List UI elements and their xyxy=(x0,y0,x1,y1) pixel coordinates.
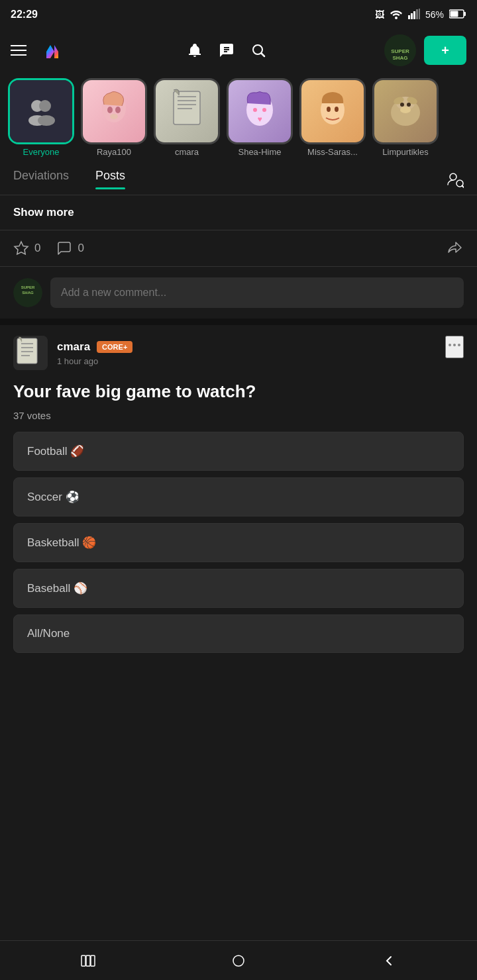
story-item-cmara[interactable]: cmara xyxy=(154,78,220,157)
poll-option-allnone[interactable]: All/None xyxy=(13,614,464,653)
comments-count: 0 xyxy=(78,242,83,255)
poll-option-basketball[interactable]: Basketball 🏀 xyxy=(13,523,464,562)
svg-point-20 xyxy=(115,107,121,113)
bottom-nav xyxy=(0,940,477,980)
svg-point-0 xyxy=(395,17,398,19)
user-avatar-nav[interactable]: SUPER SHAG xyxy=(384,34,416,66)
story-avatar-everyone xyxy=(8,78,74,144)
poll-options: Football 🏈 Soccer ⚽ Basketball 🏀 Basebal… xyxy=(13,432,464,653)
svg-point-21 xyxy=(110,114,118,119)
core-badge: CORE+ xyxy=(97,341,132,353)
story-label-shea-hime: Shea-Hime xyxy=(238,147,281,157)
da-logo[interactable] xyxy=(40,36,69,65)
svg-point-39 xyxy=(407,103,411,107)
status-icons: 🖼 56% xyxy=(375,9,466,21)
poll-option-baseball[interactable]: Baseball ⚾ xyxy=(13,569,464,608)
svg-point-32 xyxy=(327,107,331,112)
story-avatar-shea-hime: ♥ xyxy=(227,78,293,144)
story-item-limpurtikles[interactable]: Limpurtikles xyxy=(372,78,439,157)
comment-section: SUPER SHAG xyxy=(0,267,477,318)
svg-rect-48 xyxy=(17,338,37,364)
svg-rect-1 xyxy=(408,15,410,19)
svg-point-54 xyxy=(453,344,456,346)
home-button[interactable] xyxy=(164,953,314,969)
story-label-miss-saras: Miss-Saras... xyxy=(307,147,358,157)
section-divider xyxy=(0,318,477,325)
story-item-raya100[interactable]: Raya100 xyxy=(81,78,147,157)
recent-apps-button[interactable] xyxy=(13,953,164,969)
svg-rect-7 xyxy=(464,12,466,16)
svg-text:SHAG: SHAG xyxy=(22,291,34,295)
share-button[interactable] xyxy=(447,240,464,257)
svg-rect-58 xyxy=(91,956,95,966)
story-avatar-miss-saras xyxy=(299,78,366,144)
post-author-name[interactable]: cmara xyxy=(57,340,90,354)
menu-button[interactable] xyxy=(11,45,26,56)
svg-rect-56 xyxy=(81,956,85,966)
svg-rect-57 xyxy=(86,956,90,966)
svg-rect-3 xyxy=(413,11,415,19)
show-more-button[interactable]: Show more xyxy=(13,206,74,219)
search-button[interactable] xyxy=(250,42,266,58)
notifications-button[interactable] xyxy=(187,42,203,58)
svg-text:SHAG: SHAG xyxy=(392,55,407,61)
story-label-raya100: Raya100 xyxy=(97,147,131,157)
svg-point-29 xyxy=(262,108,266,112)
comment-user-avatar: SUPER SHAG xyxy=(13,278,42,307)
svg-point-53 xyxy=(449,344,451,346)
svg-line-43 xyxy=(462,185,464,187)
messages-button[interactable] xyxy=(219,42,235,58)
svg-text:SUPER: SUPER xyxy=(21,285,35,289)
svg-point-38 xyxy=(400,103,404,107)
post-actions-row: 0 0 xyxy=(0,230,477,267)
tab-posts[interactable]: Posts xyxy=(95,169,125,189)
svg-point-41 xyxy=(450,173,456,180)
favorites-count: 0 xyxy=(34,242,40,255)
svg-text:SUPER: SUPER xyxy=(391,48,409,54)
svg-rect-5 xyxy=(419,9,420,19)
wifi-icon xyxy=(390,9,403,21)
post-author-avatar[interactable] xyxy=(13,336,48,370)
poll-option-football[interactable]: Football 🏈 xyxy=(13,432,464,471)
nav-right: SUPER SHAG + xyxy=(384,34,466,66)
post-author-name-row: cmara CORE+ xyxy=(57,340,132,354)
story-label-limpurtikles: Limpurtikles xyxy=(382,147,428,157)
poll-option-soccer[interactable]: Soccer ⚽ xyxy=(13,477,464,516)
back-button[interactable] xyxy=(313,953,464,969)
poll-votes: 37 votes xyxy=(13,410,464,421)
svg-point-28 xyxy=(253,108,257,112)
hamburger-icon xyxy=(11,45,26,56)
battery-icon xyxy=(449,9,466,21)
story-avatar-raya100 xyxy=(81,78,147,144)
svg-rect-8 xyxy=(450,11,458,17)
poll-question: Your fave big game to watch? xyxy=(13,381,464,403)
favorites-action[interactable]: 0 xyxy=(13,240,40,256)
photo-icon: 🖼 xyxy=(375,9,384,20)
story-label-cmara: cmara xyxy=(175,147,199,157)
story-item-miss-saras[interactable]: Miss-Saras... xyxy=(299,78,366,157)
post-header: cmara CORE+ 1 hour ago xyxy=(13,336,464,370)
more-options-button[interactable] xyxy=(445,336,464,358)
search-user-button[interactable] xyxy=(445,170,464,189)
signal-icon xyxy=(408,9,420,21)
status-bar: 22:29 🖼 56% xyxy=(0,0,477,29)
stories-row: Everyone Raya100 xyxy=(0,72,477,164)
status-time: 22:29 xyxy=(11,9,38,21)
svg-point-17 xyxy=(38,115,55,126)
comments-action[interactable]: 0 xyxy=(56,240,83,256)
post-author: cmara CORE+ 1 hour ago xyxy=(13,336,132,370)
tabs-bar: Deviations Posts xyxy=(0,164,477,195)
story-avatar-limpurtikles xyxy=(372,78,439,144)
tabs-left: Deviations Posts xyxy=(13,169,125,189)
nav-left xyxy=(11,36,69,65)
comment-input[interactable] xyxy=(50,277,464,308)
story-avatar-cmara xyxy=(154,78,220,144)
tab-deviations[interactable]: Deviations xyxy=(13,169,69,189)
story-item-shea-hime[interactable]: ♥ Shea-Hime xyxy=(227,78,293,157)
post-actions-left: 0 0 xyxy=(13,240,84,256)
add-button[interactable]: + xyxy=(424,36,466,65)
svg-rect-2 xyxy=(411,13,413,19)
top-nav: SUPER SHAG + xyxy=(0,29,477,72)
svg-point-19 xyxy=(107,107,113,113)
story-item-everyone[interactable]: Everyone xyxy=(8,78,74,157)
